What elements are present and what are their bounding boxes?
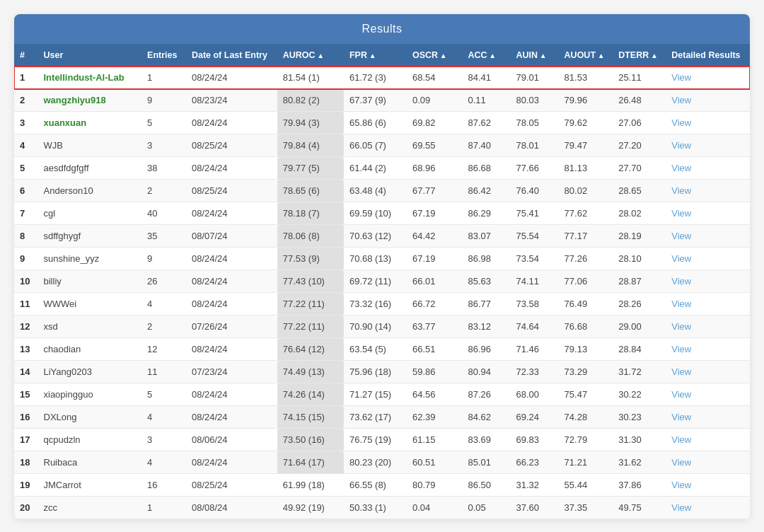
cell-user[interactable]: xsd bbox=[38, 316, 142, 338]
cell-auin: 69.24 bbox=[511, 406, 559, 429]
cell-user[interactable]: aesdfdgfgff bbox=[38, 157, 142, 180]
cell-view-link[interactable]: View bbox=[666, 338, 750, 361]
cell-user[interactable]: qcpudzln bbox=[38, 429, 142, 451]
cell-auout: 77.17 bbox=[559, 225, 613, 248]
cell-rank: 16 bbox=[14, 406, 38, 429]
col-auroc[interactable]: AUROC bbox=[277, 44, 344, 66]
cell-rank: 3 bbox=[14, 112, 38, 134]
cell-view-link[interactable]: View bbox=[666, 361, 750, 383]
cell-acc: 87.40 bbox=[462, 134, 510, 157]
cell-fpr: 63.48 (4) bbox=[344, 180, 407, 202]
cell-view-link[interactable]: View bbox=[666, 316, 750, 338]
cell-user[interactable]: sunshine_yyz bbox=[38, 248, 142, 270]
cell-fpr: 73.32 (16) bbox=[344, 293, 407, 316]
table-row: 14LiYang02031107/23/2474.49 (13)75.96 (1… bbox=[14, 361, 750, 383]
cell-auin: 37.60 bbox=[511, 497, 559, 519]
cell-auroc: 61.99 (18) bbox=[277, 474, 344, 497]
cell-view-link[interactable]: View bbox=[666, 112, 750, 134]
cell-entries: 12 bbox=[141, 338, 186, 361]
cell-entries: 1 bbox=[141, 497, 186, 519]
cell-auroc: 49.92 (19) bbox=[277, 497, 344, 519]
cell-acc: 83.12 bbox=[462, 316, 510, 338]
cell-view-link[interactable]: View bbox=[666, 225, 750, 248]
cell-view-link[interactable]: View bbox=[666, 66, 750, 89]
cell-user[interactable]: billiy bbox=[38, 270, 142, 293]
cell-user[interactable]: sdffghygf bbox=[38, 225, 142, 248]
cell-view-link[interactable]: View bbox=[666, 134, 750, 157]
cell-date: 07/26/24 bbox=[186, 316, 277, 338]
cell-auroc: 74.49 (13) bbox=[277, 361, 344, 383]
cell-view-link[interactable]: View bbox=[666, 474, 750, 497]
table-row: 13chaodian1208/24/2476.64 (12)63.54 (5)6… bbox=[14, 338, 750, 361]
cell-auout: 76.68 bbox=[559, 316, 613, 338]
cell-entries: 35 bbox=[141, 225, 186, 248]
cell-view-link[interactable]: View bbox=[666, 157, 750, 180]
cell-view-link[interactable]: View bbox=[666, 270, 750, 293]
cell-user[interactable]: LiYang0203 bbox=[38, 361, 142, 383]
cell-entries: 4 bbox=[141, 406, 186, 429]
cell-auin: 69.83 bbox=[511, 429, 559, 451]
table-row: 3xuanxuan508/24/2479.94 (3)65.86 (6)69.8… bbox=[14, 112, 750, 134]
cell-rank: 18 bbox=[14, 451, 38, 474]
cell-view-link[interactable]: View bbox=[666, 451, 750, 474]
cell-view-link[interactable]: View bbox=[666, 497, 750, 519]
results-title: Results bbox=[14, 14, 750, 44]
col-fpr[interactable]: FPR bbox=[344, 44, 407, 66]
cell-view-link[interactable]: View bbox=[666, 293, 750, 316]
cell-user[interactable]: xuanxuan bbox=[38, 112, 142, 134]
col-acc[interactable]: ACC bbox=[462, 44, 510, 66]
cell-fpr: 76.75 (19) bbox=[344, 429, 407, 451]
cell-entries: 3 bbox=[141, 429, 186, 451]
cell-view-link[interactable]: View bbox=[666, 429, 750, 451]
cell-auout: 79.13 bbox=[559, 338, 613, 361]
cell-fpr: 66.55 (8) bbox=[344, 474, 407, 497]
cell-rank: 11 bbox=[14, 293, 38, 316]
cell-auout: 74.28 bbox=[559, 406, 613, 429]
col-dterr[interactable]: DTERR bbox=[613, 44, 666, 66]
cell-view-link[interactable]: View bbox=[666, 383, 750, 406]
cell-auout: 79.62 bbox=[559, 112, 613, 134]
cell-oscr: 61.15 bbox=[407, 429, 463, 451]
cell-date: 08/24/24 bbox=[186, 202, 277, 225]
col-oscr[interactable]: OSCR bbox=[407, 44, 463, 66]
cell-date: 08/08/24 bbox=[186, 497, 277, 519]
cell-auin: 79.01 bbox=[511, 66, 559, 89]
cell-auroc: 77.22 (11) bbox=[277, 316, 344, 338]
cell-user[interactable]: zcc bbox=[38, 497, 142, 519]
cell-rank: 19 bbox=[14, 474, 38, 497]
cell-auroc: 74.15 (15) bbox=[277, 406, 344, 429]
cell-acc: 87.62 bbox=[462, 112, 510, 134]
col-auout[interactable]: AUOUT bbox=[559, 44, 613, 66]
cell-auin: 68.00 bbox=[511, 383, 559, 406]
cell-view-link[interactable]: View bbox=[666, 202, 750, 225]
col-auin[interactable]: AUIN bbox=[511, 44, 559, 66]
cell-user[interactable]: WJB bbox=[38, 134, 142, 157]
cell-rank: 1 bbox=[14, 66, 38, 89]
cell-user[interactable]: DXLong bbox=[38, 406, 142, 429]
table-row: 5aesdfdgfgff3808/24/2479.77 (5)61.44 (2)… bbox=[14, 157, 750, 180]
cell-fpr: 75.96 (18) bbox=[344, 361, 407, 383]
cell-fpr: 67.37 (9) bbox=[344, 89, 407, 112]
cell-view-link[interactable]: View bbox=[666, 89, 750, 112]
cell-user[interactable]: Anderson10 bbox=[38, 180, 142, 202]
cell-acc: 83.69 bbox=[462, 429, 510, 451]
cell-view-link[interactable]: View bbox=[666, 248, 750, 270]
cell-user[interactable]: chaodian bbox=[38, 338, 142, 361]
cell-user[interactable]: cgl bbox=[38, 202, 142, 225]
cell-user[interactable]: Intellindust-Al-Lab bbox=[38, 66, 142, 89]
table-row: 20zcc108/08/2449.92 (19)50.33 (1)0.040.0… bbox=[14, 497, 750, 519]
cell-view-link[interactable]: View bbox=[666, 406, 750, 429]
cell-user[interactable]: WWWei bbox=[38, 293, 142, 316]
cell-user[interactable]: wangzhiyu918 bbox=[38, 89, 142, 112]
cell-dterr: 28.02 bbox=[613, 202, 666, 225]
cell-acc: 86.77 bbox=[462, 293, 510, 316]
cell-user[interactable]: Ruibaca bbox=[38, 451, 142, 474]
cell-view-link[interactable]: View bbox=[666, 180, 750, 202]
cell-dterr: 31.30 bbox=[613, 429, 666, 451]
cell-user[interactable]: JMCarrot bbox=[38, 474, 142, 497]
cell-dterr: 27.20 bbox=[613, 134, 666, 157]
cell-date: 08/24/24 bbox=[186, 66, 277, 89]
cell-dterr: 30.23 bbox=[613, 406, 666, 429]
cell-entries: 2 bbox=[141, 180, 186, 202]
cell-user[interactable]: xiaopingguo bbox=[38, 383, 142, 406]
